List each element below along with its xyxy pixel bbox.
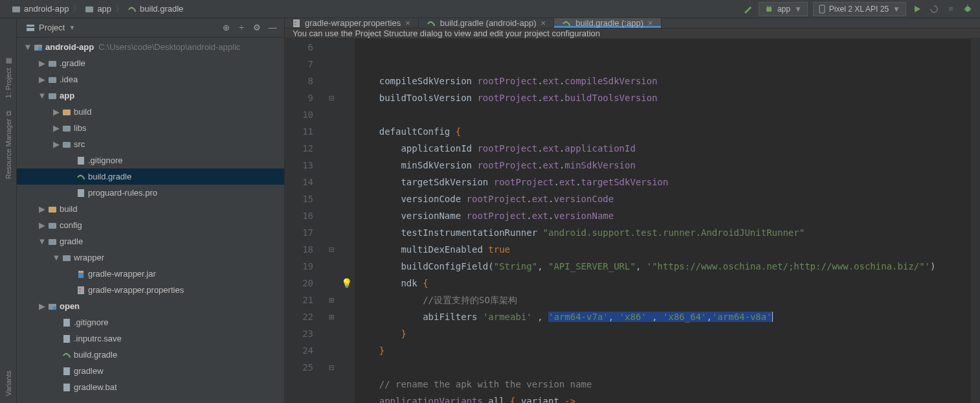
tree-row[interactable]: ▼gradle [17, 233, 284, 249]
line-number[interactable]: 9 [285, 89, 313, 106]
tree-row[interactable]: proguard-rules.pro [17, 185, 284, 201]
code-line[interactable]: versionName rootProject.ext.versionName [357, 207, 971, 224]
editor-tab[interactable]: build.gradle (android-app)× [419, 18, 554, 28]
fold-marker-icon[interactable] [325, 275, 338, 292]
tool-tab-resource-manager[interactable]: Resource Manager ⧉ [5, 111, 12, 179]
tree-row[interactable]: ▶build [17, 201, 284, 217]
expand-arrow-icon[interactable]: ▶ [52, 107, 61, 117]
expand-arrow-icon[interactable]: ▼ [38, 236, 47, 246]
close-icon[interactable]: × [405, 18, 410, 28]
code-line[interactable]: buildConfigField("String", "API_SERVER_U… [357, 258, 971, 275]
fold-marker-icon[interactable] [325, 190, 338, 207]
code-line[interactable]: defaultConfig { [357, 123, 971, 140]
fold-marker-icon[interactable] [325, 342, 338, 359]
breadcrumb-item[interactable]: android-app [12, 4, 69, 14]
hide-icon[interactable]: — [267, 23, 278, 33]
line-number[interactable]: 18 [285, 241, 313, 258]
line-number[interactable]: 7 [285, 56, 313, 73]
tree-row[interactable]: ▶config [17, 217, 284, 233]
tree-row[interactable]: ▶src [17, 136, 284, 152]
hammer-icon[interactable] [742, 3, 753, 15]
fold-marker-icon[interactable]: ⊟ [325, 359, 338, 376]
tool-tab-variants[interactable]: Variants [5, 371, 12, 397]
line-number[interactable]: 16 [285, 207, 313, 224]
line-number[interactable]: 25 [285, 359, 313, 376]
code-line[interactable]: applicationId rootProject.ext.applicatio… [357, 140, 971, 157]
tree-row[interactable]: ▶libs [17, 120, 284, 136]
inspection-column[interactable]: 💡 [338, 39, 355, 403]
tree-row[interactable]: build.gradle [17, 168, 284, 185]
code-line[interactable]: testInstrumentationRunner "android.suppo… [357, 224, 971, 241]
expand-arrow-icon[interactable]: ▶ [38, 220, 47, 230]
apply-code-changes-icon[interactable]: ≡ [945, 3, 957, 15]
tree-row[interactable]: ▼wrapper [17, 249, 284, 266]
expand-arrow-icon[interactable]: ▶ [38, 301, 47, 311]
fold-marker-icon[interactable] [325, 106, 338, 123]
apply-changes-icon[interactable] [928, 3, 940, 15]
expand-arrow-icon[interactable]: ▶ [52, 139, 61, 149]
run-config-selector[interactable]: app ▼ [759, 2, 808, 16]
fold-column[interactable]: ⊟⊟⊞⊞⊟ [325, 39, 338, 403]
breadcrumb-item[interactable]: build.gradle [128, 4, 183, 14]
code-line[interactable]: buildToolsVersion rootProject.ext.buildT… [357, 89, 971, 106]
line-number[interactable]: 13 [285, 157, 313, 174]
line-number[interactable]: 19 [285, 258, 313, 275]
debug-icon[interactable] [962, 3, 974, 15]
editor-tab[interactable]: build.gradle (:app)× [554, 18, 661, 28]
expand-arrow-icon[interactable]: ▼ [38, 91, 47, 100]
tree-row[interactable]: ▼app [17, 87, 284, 104]
tree-row[interactable]: .gitignore [17, 314, 284, 330]
tree-row[interactable]: ▶.idea [17, 71, 284, 87]
expand-all-icon[interactable]: ÷ [236, 23, 247, 33]
code-line[interactable]: //设置支持的SO库架构 [357, 292, 971, 308]
fold-marker-icon[interactable] [325, 174, 338, 190]
project-tree[interactable]: ▼ android-app C:\Users\code\Desktop\andr… [17, 38, 284, 403]
project-panel-title[interactable]: Project ▼ [26, 23, 75, 32]
fold-marker-icon[interactable]: ⊟ [325, 89, 338, 106]
line-number[interactable]: 10 [285, 106, 313, 123]
tree-root[interactable]: ▼ android-app C:\Users\code\Desktop\andr… [17, 39, 284, 55]
tree-row[interactable]: ▶build [17, 104, 284, 120]
code-line[interactable]: ndk { [357, 275, 971, 292]
expand-arrow-icon[interactable]: ▼ [23, 42, 32, 52]
run-icon[interactable] [911, 3, 923, 15]
fold-marker-icon[interactable] [325, 224, 338, 241]
code-line[interactable]: // rename the apk with the version name [357, 376, 971, 393]
fold-marker-icon[interactable] [325, 140, 338, 157]
expand-arrow-icon[interactable]: ▶ [52, 123, 61, 133]
code-line[interactable] [357, 359, 971, 376]
tree-row[interactable]: .gitignore [17, 152, 284, 168]
editor-infobar[interactable]: You can use the Project Structure dialog… [285, 29, 980, 39]
line-number[interactable]: 20 [285, 275, 313, 292]
line-number[interactable]: 6 [285, 39, 313, 56]
code-line[interactable]: } [357, 325, 971, 342]
line-number[interactable]: 14 [285, 174, 313, 190]
line-number[interactable]: 15 [285, 190, 313, 207]
line-number[interactable]: 11 [285, 123, 313, 140]
expand-arrow-icon[interactable]: ▶ [38, 75, 47, 84]
close-icon[interactable]: × [541, 18, 546, 28]
code-line[interactable]: applicationVariants.all { variant -> [357, 393, 971, 403]
code-line[interactable]: abiFilters 'armeabi' , 'arm64-v7a', 'x86… [357, 308, 971, 325]
fold-marker-icon[interactable]: ⊟ [325, 241, 338, 258]
tree-row[interactable]: ▶open [17, 298, 284, 314]
line-number[interactable]: 21 [285, 292, 313, 308]
tool-tab-project[interactable]: 1: Project ▦ [4, 57, 12, 98]
line-number[interactable]: 22 [285, 308, 313, 325]
tree-row[interactable]: .inputrc.save [17, 330, 284, 347]
breadcrumb[interactable]: android-app 〉 app 〉 build.gradle [0, 3, 183, 15]
line-number[interactable]: 17 [285, 224, 313, 241]
close-icon[interactable]: × [648, 18, 653, 28]
editor-tab[interactable]: gradle-wrapper.properties× [285, 18, 419, 28]
line-number-gutter[interactable]: 678910111213141516171819202122232425 [285, 39, 325, 403]
tree-row[interactable]: ▶.gradle [17, 55, 284, 71]
fold-marker-icon[interactable] [325, 56, 338, 73]
code-line[interactable]: } [357, 342, 971, 359]
settings-icon[interactable]: ⚙ [252, 23, 262, 33]
fold-marker-icon[interactable]: ⊞ [325, 308, 338, 325]
tree-row[interactable]: gradlew.bat [17, 379, 284, 395]
device-selector[interactable]: Pixel 2 XL API 25 ▼ [813, 2, 906, 16]
fold-marker-icon[interactable] [325, 157, 338, 174]
line-number[interactable]: 12 [285, 140, 313, 157]
fold-marker-icon[interactable] [325, 258, 338, 275]
